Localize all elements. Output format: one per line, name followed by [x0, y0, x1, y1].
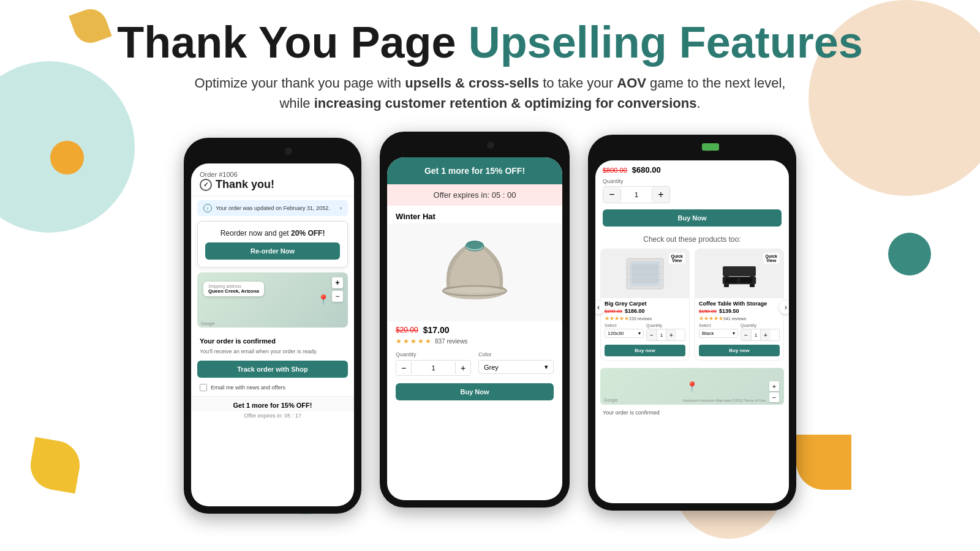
p3-map-pin: 📍	[686, 381, 698, 392]
prod2-qty-minus[interactable]: −	[741, 329, 751, 340]
product-1-select[interactable]: 120x30 ▾	[605, 329, 644, 338]
p3-old-price: $800.00	[603, 167, 627, 174]
email-note: You'll receive an email when your order …	[191, 347, 354, 358]
qty-color-row: Quantity − 1 + Color Grey ▾	[387, 348, 562, 380]
p3-qty-row: Quantity − 1 +	[595, 177, 789, 207]
p3-new-price: $680.00	[632, 165, 661, 174]
phone2-top-bar: Get 1 more for 15% OFF!	[387, 157, 562, 184]
map-pin-icon: 📍	[317, 294, 330, 305]
page-title: Thank You Page Upselling Features	[12, 18, 968, 67]
track-order-button-wrapper: Track order with Shop	[197, 361, 348, 378]
qty-value: 1	[411, 362, 456, 374]
product-1-qty-mini: − 1 +	[646, 329, 685, 341]
check-icon: ✓	[200, 179, 212, 191]
quick-view-badge-1[interactable]: QuickView	[669, 253, 685, 264]
product-2-qty-mini: − 1 +	[741, 329, 780, 341]
prod2-qty-val: 1	[751, 329, 761, 340]
p3-map-terms: Keyboard shortcuts Map data ©2022 Terms …	[683, 399, 766, 402]
svg-rect-14	[725, 278, 737, 283]
map-zoom-out[interactable]: −	[332, 291, 343, 302]
cross-sell-product-1: QuickView Big Grey Carpet $200.00 $186.0…	[600, 249, 690, 361]
star-5: ★	[425, 337, 431, 345]
star-2: ★	[403, 337, 409, 345]
product-2-buy-button[interactable]: Buy now	[699, 345, 780, 356]
product-title: Winter Hat	[387, 206, 562, 223]
battery-icon	[702, 143, 719, 151]
star-3: ★	[410, 337, 417, 345]
offer-expires-text: Offer expires in: 05 : 17	[191, 411, 354, 422]
reorder-button[interactable]: Re-order Now	[205, 242, 340, 260]
product-2-select-qty: Select Black ▾ Quantity − 1 +	[695, 323, 783, 343]
qty-minus-button[interactable]: −	[396, 361, 411, 375]
chevron-icon: ›	[340, 205, 342, 211]
qty-plus-button[interactable]: +	[456, 361, 470, 375]
phones-container: Order #1006 ✓ Thank you! i Your order wa…	[0, 119, 980, 514]
quick-view-badge-2[interactable]: QuickView	[763, 253, 780, 264]
timer-bar: Offer expires in: 05 : 00	[387, 184, 562, 206]
p3-map-zoom-in[interactable]: +	[769, 381, 779, 391]
prod2-qty-plus[interactable]: +	[761, 329, 771, 340]
product-2-select[interactable]: Black ▾	[699, 329, 738, 338]
table-illustration	[718, 255, 761, 292]
svg-rect-10	[723, 266, 756, 276]
p3-qty-minus[interactable]: −	[603, 187, 620, 203]
page-subtitle: Optimize your thank you page with upsell…	[12, 73, 968, 113]
phone-3: $800.00 $680.00 Quantity − 1 + Buy Now C…	[588, 135, 796, 511]
track-order-button[interactable]: Track order with Shop	[197, 361, 348, 378]
p3-price-row: $800.00 $680.00	[595, 160, 789, 177]
newsletter-checkbox-row: Email me with news and offers	[191, 381, 354, 396]
product-2-stars: ★★★★★ 341 reviews	[695, 315, 783, 323]
cross-sell-product-2: QuickView Coffee Table With Storage $150…	[695, 249, 784, 361]
map-widget: Shipping address Queen Creek, Arizona 📍 …	[197, 272, 348, 328]
product-2-old-price: $150.00	[699, 309, 717, 314]
p3-qty-value: 1	[620, 189, 652, 201]
phone-3-notch	[662, 142, 723, 156]
thank-you-title: ✓ Thank you!	[200, 178, 345, 191]
quantity-control: − 1 +	[396, 360, 471, 376]
chevron-down-icon-p2: ▾	[733, 331, 735, 336]
stars-row: ★ ★ ★ ★ ★ 837 reviews	[387, 336, 562, 348]
cross-sell-products: ‹ QuickView	[595, 249, 789, 365]
p3-map-zoom-out[interactable]: −	[769, 392, 779, 402]
phone-1-screen: Order #1006 ✓ Thank you! i Your order wa…	[191, 163, 354, 506]
title-green: Upselling Features	[469, 18, 863, 67]
order-info-bar: i Your order was updated on February 31,…	[197, 200, 348, 216]
newsletter-checkbox[interactable]	[200, 384, 207, 391]
phone-2-notch	[444, 139, 505, 152]
product-1-old-price: $200.00	[605, 309, 622, 314]
reviews-count: 837 reviews	[435, 338, 467, 345]
buy-now-button[interactable]: Buy Now	[396, 383, 554, 400]
prod1-qty-plus[interactable]: +	[666, 329, 676, 340]
star-1: ★	[396, 337, 402, 345]
product-1-stars: ★★★★★ 233 reviews	[601, 315, 689, 323]
price-row: $20.00 $17.00	[387, 321, 562, 336]
prod1-qty-minus[interactable]: −	[647, 329, 657, 340]
product-1-buy-button[interactable]: Buy now	[605, 345, 685, 356]
product-2-price-row: $150.00 $139.50	[695, 308, 783, 315]
reorder-text: Reorder now and get 20% OFF!	[205, 229, 340, 238]
product-1-price-row: $200.00 $186.00	[601, 308, 689, 315]
p3-buy-all-button[interactable]: Buy Now	[603, 209, 782, 227]
p3-qty-control: − 1 +	[603, 186, 670, 203]
product-1-select-qty: Select 120x30 ▾ Quantity − 1 +	[601, 323, 689, 343]
svg-rect-15	[740, 278, 752, 283]
p3-map-controls: + −	[769, 381, 779, 402]
reorder-box: Reorder now and get 20% OFF! Re-order No…	[197, 221, 348, 268]
google-label: Google	[201, 321, 215, 326]
carousel-right-arrow[interactable]: ›	[779, 301, 789, 314]
product-2-name: Coffee Table With Storage	[695, 298, 783, 308]
carpet-illustration	[624, 255, 666, 292]
product-image	[387, 223, 562, 321]
page-header: Thank You Page Upselling Features Optimi…	[0, 0, 980, 119]
p3-google-label: Google	[604, 398, 618, 402]
product-2-new-price: $139.50	[719, 308, 739, 314]
order-number: Order #1006	[200, 171, 345, 178]
p3-confirmed-text: Your order is confirmed	[595, 407, 789, 418]
color-select[interactable]: Grey ▾	[478, 360, 554, 374]
phone-3-screen: $800.00 $680.00 Quantity − 1 + Buy Now C…	[595, 160, 789, 503]
svg-point-2	[466, 241, 483, 249]
quantity-block: Quantity − 1 +	[396, 351, 471, 376]
map-zoom-in[interactable]: +	[332, 277, 343, 288]
product-1-new-price: $186.00	[625, 308, 645, 314]
p3-qty-plus[interactable]: +	[652, 187, 669, 203]
